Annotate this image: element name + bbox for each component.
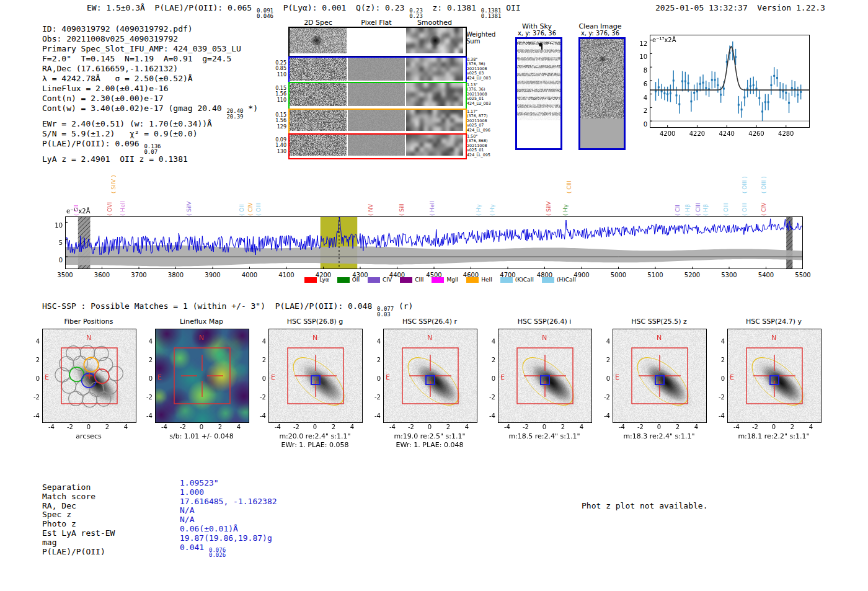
cutout-subtitle-1: m:19.0 re:2.5" s:1.1": [371, 432, 489, 440]
spectrum-xtick: 5400: [754, 272, 779, 278]
linefit-ytick: 4: [636, 91, 647, 102]
compass-east: E: [500, 370, 505, 382]
spec2d-image-smoothed: [406, 58, 463, 81]
stacked-uncertainty: 0.0910.046: [257, 8, 273, 19]
emission-line-label: ( Hγ: [489, 205, 495, 216]
compass-east: E: [157, 370, 162, 382]
spec2d-image-pixelflat: [348, 28, 405, 53]
cutout-xtick: -4: [157, 424, 172, 430]
cutout-xtick: 4: [459, 424, 474, 430]
emission-line-label: ( OIII ): [761, 176, 767, 193]
cutout-ytick: -4: [252, 409, 266, 420]
legend-item: (K)CaII: [500, 277, 534, 283]
cutout-subtitle-1: m:18.5 re:2.4" s:1.1": [485, 432, 603, 440]
spectrum-ytick: 5: [51, 236, 63, 247]
cutout-ytick: 2: [711, 353, 725, 365]
spec2d-image-2dspec: [290, 135, 347, 156]
linefit-ytick: 0: [636, 117, 647, 129]
cutout-ytick: 0: [482, 371, 495, 383]
linefit-xtick: 4260: [744, 130, 769, 137]
cutout-title: Fiber Positions: [36, 318, 141, 326]
cutout-ytick: 2: [26, 353, 40, 365]
cutout-subtitle-2: EWr: 1. PLAE: 0.058: [256, 441, 374, 449]
cutout-subtitle-1: m:18.1 re:2.2" s:1.1": [715, 432, 833, 440]
cutout-xtick: -2: [748, 424, 763, 430]
stacked-uncertainty: 0.230.23: [409, 8, 423, 19]
cutout-xtick: -2: [175, 424, 190, 430]
cutout-title: HSC SSP(26.4) i: [492, 318, 597, 326]
cutout-image: [613, 329, 706, 422]
info-line: S/N = 5.9(±1.2) χ² = 0.9(±0.0): [42, 129, 258, 139]
spec2d-col-title: 2D Spec: [290, 19, 346, 27]
linefit-ytick: 12: [636, 37, 647, 48]
legend-item: CIV: [368, 277, 392, 283]
linefit-ytick: 10: [636, 50, 647, 61]
emission-line-label: ( Hβ: [684, 204, 691, 216]
spec2d-image-smoothed: [406, 135, 463, 156]
clean-image: [580, 39, 624, 148]
header-summary-line: EW: 1.5±0.3Å P(LAE)/P(OII): 0.065 0.0910…: [87, 3, 521, 19]
cutout-subtitle-1: arcsecs: [30, 432, 148, 440]
stacked-uncertainty: 0.1360.07: [144, 144, 161, 154]
compass-north: N: [199, 331, 204, 342]
emission-line-label: ( OVI: [107, 202, 113, 216]
legend-label: CIV: [383, 277, 392, 283]
cutout-ytick: -2: [252, 390, 266, 402]
cutout-ytick: 0: [139, 371, 153, 383]
spec2d-col-title: Smoothed: [407, 19, 463, 27]
cutout-ytick: 2: [596, 353, 610, 365]
info-line: F=2.0" T=0.145 N=1.19 A=0.91 g=24.5: [42, 54, 258, 64]
spec2d-image-2dspec: [290, 110, 347, 131]
spectrum-ytick: 10: [51, 218, 63, 230]
cutout-xtick: 0: [652, 424, 666, 430]
spec2d-image-smoothed: [406, 83, 463, 106]
legend-item: OII: [337, 277, 360, 283]
info-line: Cont(w) = 3.40(±0.02)e-17 (gmag 20.40 20…: [42, 104, 258, 119]
cutout-title: HSC SSP(26.8) g: [262, 318, 368, 326]
cutout-xtick: -2: [289, 424, 304, 430]
cutout-xtick: 2: [785, 424, 800, 430]
compass-north: N: [312, 331, 317, 342]
spec2d-fiber-row: [288, 133, 467, 159]
info-line: RA,Dec (17.616659,-1.162132): [42, 64, 258, 74]
emission-line-label: ( Hγ: [476, 205, 482, 216]
cutout-ytick: -4: [26, 409, 40, 420]
cutout-xtick: 4: [345, 424, 360, 430]
spec2d-col-title: Pixel Flat: [348, 19, 404, 27]
cutout-ytick: -2: [711, 390, 725, 402]
cutout-xtick: 4: [231, 424, 246, 430]
spectrum-xtick: 5100: [643, 272, 668, 278]
spectrum-ytick: 0: [51, 253, 63, 265]
linefit-ytick: 2: [636, 104, 647, 115]
cutout-ytick: 2: [252, 353, 266, 365]
info-line: ID: 4090319792 (4090319792.pdf): [42, 24, 258, 34]
legend-swatch: [304, 277, 317, 283]
spectrum-xtick: 3900: [200, 272, 225, 278]
info-line: Cont(n) = 2.30(±0.00)e-17: [42, 94, 258, 104]
with_sky-image: [517, 39, 560, 148]
legend-label: MgII: [446, 277, 458, 283]
spec2d-image-2dspec: [290, 83, 347, 106]
cutout-xtick: 2: [213, 424, 228, 430]
linefit-unit-label: e⁻¹⁷x2Å: [652, 37, 676, 43]
timestamp-version: 2025-01-05 13:32:37 Version 1.22.3: [655, 3, 825, 13]
legend-swatch: [337, 277, 350, 283]
emission-line-label: ( SiII: [399, 203, 405, 216]
legend-label: Lyα: [319, 277, 329, 283]
with_sky-image-box: [515, 37, 562, 150]
cutout-ytick: 4: [367, 334, 381, 346]
cutout-panel-fiber: [42, 329, 136, 423]
emission-line-label: ( SiIV: [186, 202, 192, 216]
cutout-ytick: 4: [139, 334, 153, 346]
cutout-xtick: -4: [44, 424, 59, 430]
cutout-ytick: 2: [482, 353, 495, 365]
cutout-title: Lineflux Map: [149, 318, 254, 326]
spectrum-xtick: 3700: [126, 272, 151, 278]
legend-item: HeII: [466, 277, 492, 283]
spec2d-row-annotation: 0.38"(376, 36)20211008v025_03424_LU_003: [467, 58, 495, 81]
cutout-subtitle-1: m:18.3 re:2.4" s:1.1": [600, 432, 718, 440]
linefit-ytick: 6: [636, 77, 647, 89]
cutout-xtick: -2: [633, 424, 648, 430]
emission-line-label: ( HeII: [429, 201, 435, 216]
emission-line-label: ( Hβ: [702, 204, 709, 216]
